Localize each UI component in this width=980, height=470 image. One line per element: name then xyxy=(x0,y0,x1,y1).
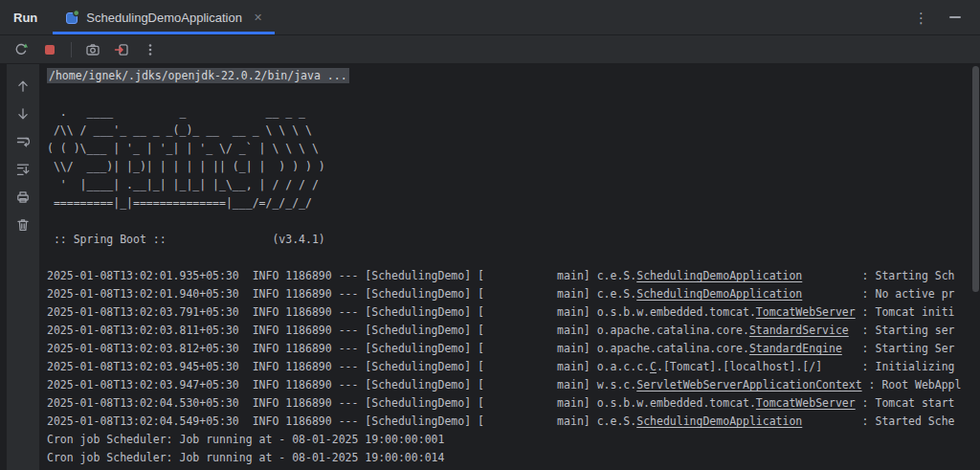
log-text: ' |____| .__|_| |_|_| |_\__, | / / / / xyxy=(47,178,319,191)
log-text: Cron job Scheduler: Job running at - 08-… xyxy=(47,451,444,464)
log-text: : Starting Sch xyxy=(802,269,954,282)
logger-link[interactable]: StandardService xyxy=(749,324,849,337)
log-text: : Started Sche xyxy=(802,414,954,428)
logger-link[interactable]: TomcatWebServer xyxy=(756,305,856,319)
log-text: 2025-01-08T13:02:03.811+05:30 INFO 11868… xyxy=(47,324,749,337)
log-text: 2025-01-08T13:02:03.945+05:30 INFO 11868… xyxy=(47,360,650,373)
console-line: Cron job Scheduler: Job running at - 08-… xyxy=(47,449,980,467)
log-text: 2025-01-08T13:02:04.549+05:30 INFO 11868… xyxy=(47,414,636,428)
console-panel[interactable]: /home/ignek/.jdks/openjdk-22.0.2/bin/jav… xyxy=(39,64,980,470)
logger-link[interactable]: SchedulingDemoApplication xyxy=(636,287,802,301)
console-line: 2025-01-08T13:02:03.811+05:30 INFO 11868… xyxy=(47,322,980,340)
log-text: : No active pr xyxy=(802,287,954,301)
log-text: 2025-01-08T13:02:03.812+05:30 INFO 11868… xyxy=(47,342,749,355)
run-tool-window: Run SchedulingDemoApplication ✕ ⋮ xyxy=(0,0,980,470)
tab-scheduling-demo-application[interactable]: SchedulingDemoApplication ✕ xyxy=(53,0,275,34)
toolbar-more-icon[interactable] xyxy=(139,38,162,61)
logger-link[interactable]: StandardEngine xyxy=(749,342,842,355)
log-text: .[Tomcat].[localhost].[/] : Initializing xyxy=(657,360,955,373)
console-line xyxy=(47,249,980,267)
tool-window-title: Run xyxy=(0,0,53,34)
log-text: : Tomcat initi xyxy=(856,305,955,319)
console-line: . ____ _ __ _ _ xyxy=(47,103,980,122)
console-line: Cron job Scheduler: Job running at - 08-… xyxy=(47,431,980,449)
up-stack-trace-button[interactable] xyxy=(12,76,33,97)
console-output: /home/ignek/.jdks/openjdk-22.0.2/bin/jav… xyxy=(39,64,980,467)
logger-link[interactable]: SchedulingDemoApplication xyxy=(636,414,802,428)
run-toolbar xyxy=(0,35,980,64)
logger-link[interactable]: ServletWebServerApplicationContext xyxy=(636,378,861,392)
logger-link[interactable]: SchedulingDemoApplication xyxy=(636,269,802,282)
run-tab-icon xyxy=(64,10,79,25)
log-text: 2025-01-08T13:02:01.935+05:30 INFO 11868… xyxy=(47,269,636,282)
thread-dump-button[interactable] xyxy=(81,38,104,61)
rerun-button[interactable] xyxy=(10,38,33,61)
logger-link[interactable]: TomcatWebServer xyxy=(756,396,856,410)
log-text: =========|_|==============|___/=/_/_/_/ xyxy=(47,196,312,210)
console-line: ' |____| .__|_| |_|_| |_\__, | / / / / xyxy=(47,176,980,194)
log-text: . ____ _ __ _ _ xyxy=(47,105,305,119)
log-text: 2025-01-08T13:02:03.791+05:30 INFO 11868… xyxy=(47,305,756,319)
console-line: :: Spring Boot :: (v3.4.1) xyxy=(47,231,980,249)
log-text: : Starting ser xyxy=(849,324,955,337)
log-text: /home/ignek/.jdks/openjdk-22.0.2/bin/jav… xyxy=(47,68,349,83)
console-line xyxy=(47,213,980,231)
window-left-edge xyxy=(0,64,7,470)
log-text: Cron job Scheduler: Job running at - 08-… xyxy=(47,433,444,446)
log-text: : Tomcat start xyxy=(856,396,955,410)
down-stack-trace-button[interactable] xyxy=(12,103,33,124)
clear-all-button[interactable] xyxy=(12,214,33,235)
console-line: =========|_|==============|___/=/_/_/_/ xyxy=(47,194,980,213)
console-line: \\/ ___)| |_)| | | | | || (_| | ) ) ) ) xyxy=(47,158,980,176)
console-line: /\\ / ___'_ __ _ _(_)_ __ __ _ \ \ \ \ xyxy=(47,122,980,140)
console-side-toolbar xyxy=(7,64,39,470)
more-icon[interactable]: ⋮ xyxy=(908,8,934,28)
scroll-to-end-button[interactable] xyxy=(12,159,33,180)
tab-title: SchedulingDemoApplication xyxy=(86,11,242,25)
console-line: 2025-01-08T13:02:03.945+05:30 INFO 11868… xyxy=(47,358,980,376)
logger-link[interactable]: C xyxy=(650,360,657,373)
log-text: 2025-01-08T13:02:03.947+05:30 INFO 11868… xyxy=(47,378,636,392)
toolbar-separator xyxy=(71,42,72,57)
log-text: : Starting Ser xyxy=(842,342,955,355)
vertical-scrollbar[interactable] xyxy=(972,66,979,292)
log-text: :: Spring Boot :: (v3.4.1) xyxy=(47,233,325,246)
console-line: 2025-01-08T13:02:01.940+05:30 INFO 11868… xyxy=(47,285,980,303)
log-text: : Root WebAppl xyxy=(862,378,962,392)
log-text: /\\ / ___'_ __ _ _(_)_ __ __ _ \ \ \ \ xyxy=(47,123,312,137)
console-line: /home/ignek/.jdks/openjdk-22.0.2/bin/jav… xyxy=(47,67,980,85)
console-line: 2025-01-08T13:02:03.947+05:30 INFO 11868… xyxy=(47,376,980,394)
log-text: 2025-01-08T13:02:04.530+05:30 INFO 11868… xyxy=(47,396,756,410)
console-line: 2025-01-08T13:02:04.549+05:30 INFO 11868… xyxy=(47,413,980,431)
console-line: ( ( )\___ | '_ | '_| | '_ \/ _` | \ \ \ … xyxy=(47,140,980,158)
console-line: 2025-01-08T13:02:03.812+05:30 INFO 11868… xyxy=(47,340,980,358)
log-text: ( ( )\___ | '_ | '_| | '_ \/ _` | \ \ \ … xyxy=(47,142,319,155)
console-line xyxy=(47,85,980,103)
close-icon[interactable]: ✕ xyxy=(251,11,265,25)
minimize-icon[interactable] xyxy=(942,11,969,24)
console-line: 2025-01-08T13:02:04.530+05:30 INFO 11868… xyxy=(47,394,980,413)
console-line: 2025-01-08T13:02:01.935+05:30 INFO 11868… xyxy=(47,267,980,285)
console-line: 2025-01-08T13:02:03.791+05:30 INFO 11868… xyxy=(47,303,980,322)
stop-button[interactable] xyxy=(38,38,61,61)
log-text: \\/ ___)| |_)| | | | | || (_| | ) ) ) ) xyxy=(47,160,325,173)
attach-debugger-button[interactable] xyxy=(110,38,133,61)
log-text: 2025-01-08T13:02:01.940+05:30 INFO 11868… xyxy=(47,287,636,301)
print-button[interactable] xyxy=(12,187,33,208)
run-tab-bar: Run SchedulingDemoApplication ✕ ⋮ xyxy=(0,0,980,35)
soft-wrap-button[interactable] xyxy=(12,131,33,152)
